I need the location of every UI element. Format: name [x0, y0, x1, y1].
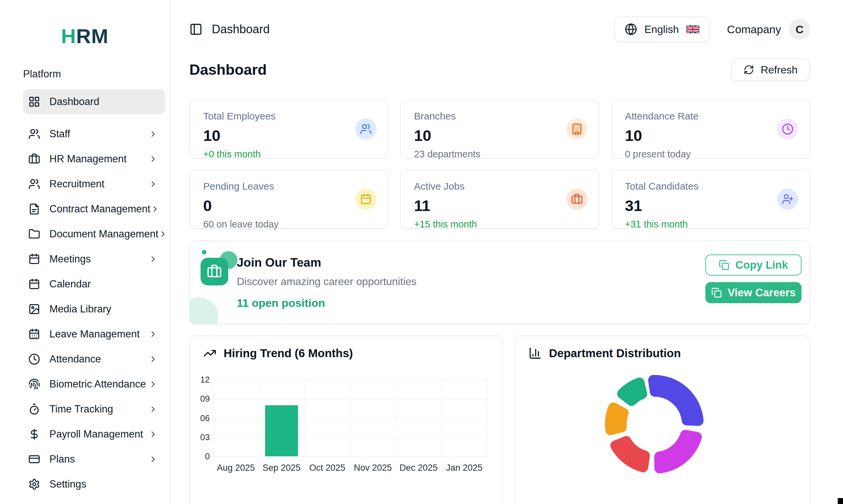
stat-label: Pending Leaves [203, 181, 374, 192]
stat-card-pending-leaves: Pending Leaves060 on leave today [189, 169, 388, 229]
stats-grid: Total Employees10+0 this monthBranches10… [189, 100, 810, 229]
sidebar-item-label: HR Management [49, 153, 126, 165]
y-axis-tick: 12 [195, 375, 210, 385]
refresh-button[interactable]: Refresh [731, 59, 810, 81]
sidebar-item-staff[interactable]: Staff [23, 122, 165, 146]
chevron-right-icon [148, 430, 158, 439]
banner-open-positions: 11 open position [237, 296, 325, 309]
stat-value: 0 [203, 197, 374, 215]
language-selector[interactable]: English [614, 16, 710, 42]
sidebar-item-dashboard[interactable]: Dashboard [23, 89, 165, 114]
sidebar-item-label: Calendar [49, 278, 91, 290]
refresh-label: Refresh [761, 64, 797, 76]
settings-icon [28, 478, 40, 490]
dollar-icon [28, 428, 40, 440]
sidebar-menu: DashboardStaffHR ManagementRecruitmentCo… [23, 89, 165, 497]
sidebar-item-time-tracking[interactable]: Time Tracking [23, 397, 165, 422]
stat-value: 10 [625, 126, 796, 145]
layout-grid-icon [28, 96, 40, 108]
bar-chart-plot: 120906030Aug 2025Sep 2025Oct 2025Nov 202… [213, 380, 487, 456]
y-axis-tick: 0 [195, 451, 210, 462]
building-icon [567, 119, 588, 140]
sidebar-item-label: Payroll Management [49, 428, 143, 440]
gridline-v [304, 380, 305, 456]
x-axis-tick: Nov 2025 [350, 463, 396, 473]
chevron-right-icon [148, 380, 158, 389]
segment-orange [605, 402, 629, 435]
sidebar-item-label: Settings [49, 478, 86, 490]
credit-card-icon [28, 453, 40, 465]
sidebar-item-contract-management[interactable]: Contract Management [23, 197, 165, 221]
company-avatar[interactable]: C [789, 19, 810, 40]
uk-flag-icon [686, 25, 699, 34]
stat-label: Attendance Rate [625, 111, 796, 122]
sidebar-item-hr-management[interactable]: HR Management [23, 146, 165, 172]
sidebar-item-meetings[interactable]: Meetings [23, 247, 165, 272]
globe-icon [625, 23, 637, 36]
sidebar-item-label: Media Library [49, 303, 111, 315]
join-team-banner: Join Our Team Discover amazing career op… [189, 241, 810, 324]
sidebar-item-label: Time Tracking [49, 403, 113, 415]
copy-link-button[interactable]: Copy Link [705, 254, 802, 275]
briefcase-icon [567, 188, 588, 210]
stat-value: 10 [203, 126, 374, 145]
stat-subtext: 60 on leave today [203, 219, 374, 230]
stat-label: Total Employees [203, 111, 374, 122]
banner-subtitle: Discover amazing career opportunities [237, 275, 416, 288]
breadcrumb: Dashboard [189, 22, 270, 36]
users-icon [355, 119, 376, 140]
banner-deco-blob [189, 297, 218, 324]
briefcase-badge-icon [200, 258, 228, 285]
copy-icon [711, 287, 722, 298]
sidebar-item-document-management[interactable]: Document Management [23, 221, 165, 247]
refresh-icon [743, 65, 754, 75]
stat-subtext: +0 this month [203, 149, 374, 160]
file-text-icon [28, 203, 40, 215]
segment-indigo [648, 375, 703, 426]
charts-row: Hiring Trend (6 Months) 120906030Aug 202… [189, 336, 810, 504]
sidebar-item-label: Recruitment [49, 178, 104, 190]
gridline-v [487, 380, 488, 456]
sidebar-item-settings[interactable]: Settings [23, 472, 165, 497]
timer-icon [28, 403, 40, 415]
breadcrumb-label: Dashboard [212, 22, 270, 36]
view-careers-button[interactable]: View Careers [705, 282, 802, 303]
x-axis-tick: Jan 2025 [441, 463, 487, 473]
gridline-v [441, 380, 442, 456]
company-menu[interactable]: Comapany C [727, 19, 810, 40]
gridline-v [213, 380, 214, 456]
x-axis-tick: Oct 2025 [304, 463, 350, 473]
x-axis-tick: Dec 2025 [396, 463, 442, 473]
calendar-icon [28, 253, 40, 265]
app-logo: HRM [0, 24, 169, 48]
sidebar-item-recruitment[interactable]: Recruitment [23, 172, 165, 197]
sidebar-item-label: Document Management [49, 228, 158, 240]
stat-card-total-candidates: Total Candidates31+31 this month [611, 169, 810, 229]
gridline-v [396, 380, 396, 456]
sidebar: HRM Platform DashboardStaffHR Management… [0, 0, 170, 504]
sidebar-item-plans[interactable]: Plans [23, 447, 165, 472]
sidebar-item-media-library[interactable]: Media Library [23, 296, 165, 322]
sidebar-item-label: Leave Management [49, 328, 140, 340]
logo-text-dark: RM [76, 25, 108, 48]
stat-value: 10 [414, 126, 585, 145]
user-plus-icon [777, 188, 798, 210]
topbar: Dashboard English Comapany C [189, 16, 810, 42]
banner-title: Join Our Team [237, 256, 321, 270]
sidebar-item-label: Meetings [49, 253, 91, 265]
sidebar-item-biometric-attendance[interactable]: Biometric Attendance [23, 372, 165, 397]
sidebar-item-attendance[interactable]: Attendance [23, 347, 165, 372]
sidebar-toggle-icon[interactable] [189, 23, 202, 36]
sidebar-item-leave-management[interactable]: Leave Management [23, 322, 165, 347]
stat-subtext: +15 this month [414, 219, 585, 230]
chevron-right-icon [158, 230, 167, 239]
calendar-icon [355, 188, 376, 210]
chevron-right-icon [148, 329, 158, 339]
chevron-right-icon [148, 155, 158, 164]
segment-green [617, 378, 647, 406]
sidebar-item-calendar[interactable]: Calendar [23, 272, 165, 296]
clock-icon [777, 119, 798, 140]
sidebar-item-payroll-management[interactable]: Payroll Management [23, 422, 165, 447]
stat-label: Active Jobs [414, 181, 585, 192]
topbar-right: English Comapany C [614, 16, 810, 42]
